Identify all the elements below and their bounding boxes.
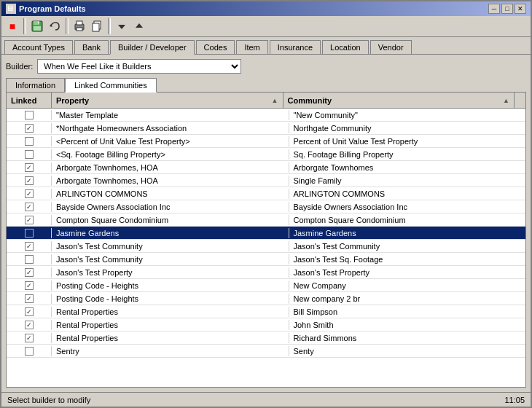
table-row[interactable]: Jason's Test CommunityJason's Test Sq. F…	[7, 253, 525, 266]
cell-linked-5[interactable]	[7, 176, 52, 186]
cell-linked-11[interactable]	[7, 254, 52, 264]
checkbox-5[interactable]	[25, 176, 34, 185]
checkbox-8[interactable]	[25, 216, 34, 224]
cell-linked-14[interactable]	[7, 294, 52, 304]
checkbox-0[interactable]	[25, 111, 34, 119]
cell-property-3: <Sq. Footage Billing Property>	[52, 149, 289, 160]
table-row[interactable]: Jason's Test PropertyJason's Test Proper…	[7, 266, 525, 279]
cell-linked-10[interactable]	[7, 241, 52, 251]
checkbox-11[interactable]	[25, 255, 34, 264]
cell-linked-18[interactable]	[7, 346, 52, 356]
cell-linked-2[interactable]	[7, 136, 52, 146]
table-row[interactable]: ARLINGTON COMMONSARLINGTON COMMONS	[7, 187, 525, 200]
checkbox-6[interactable]	[25, 189, 34, 198]
table-row[interactable]: <Percent of Unit Value Test Property>Per…	[7, 135, 525, 148]
toolbar-sep-2	[66, 18, 69, 34]
print-button[interactable]	[71, 18, 87, 34]
cell-community-11: Jason's Test Sq. Footage	[289, 254, 526, 264]
tab-account-types[interactable]: Account Types	[4, 40, 73, 54]
move-up-button[interactable]	[131, 18, 147, 34]
tab-codes[interactable]: Codes	[196, 40, 235, 54]
table-row[interactable]: SentrySenty	[7, 345, 525, 358]
checkbox-15[interactable]	[25, 307, 34, 316]
table-row[interactable]: Rental PropertiesJohn Smith	[7, 318, 525, 332]
tab-insurance[interactable]: Insurance	[270, 40, 321, 54]
checkbox-17[interactable]	[25, 334, 34, 342]
table-row[interactable]: Arborgate Townhomes, HOASingle Family	[7, 174, 525, 187]
cell-property-1: *Northgate Homeowners Association	[52, 123, 289, 133]
checkbox-18[interactable]	[25, 347, 34, 356]
checkbox-12[interactable]	[25, 268, 34, 277]
checkbox-14[interactable]	[25, 294, 34, 303]
table-row[interactable]: Bayside Owners Association IncBayside Ow…	[7, 200, 525, 213]
main-window: 🖥 Program Defaults ─ □ ✕ ■	[0, 0, 532, 408]
tab-builder-developer[interactable]: Builder / Developer	[110, 40, 195, 55]
content-area: Builder: When We Feel Like it Builders I…	[1, 54, 531, 392]
cell-linked-0[interactable]	[7, 110, 52, 120]
tab-item[interactable]: Item	[236, 40, 267, 54]
undo-button[interactable]	[47, 18, 63, 34]
cell-property-14: Posting Code - Heights	[52, 294, 289, 304]
table-row[interactable]: Compton Square CondominiumCompton Square…	[7, 213, 525, 227]
cell-community-16: John Smith	[289, 320, 526, 330]
cell-linked-15[interactable]	[7, 307, 52, 317]
table-row[interactable]: Posting Code - HeightsNew Company	[7, 279, 525, 292]
builder-select[interactable]: When We Feel Like it Builders	[37, 59, 241, 74]
builder-label: Builder:	[6, 62, 33, 71]
cell-community-12: Jason's Test Property	[289, 267, 526, 278]
svg-marker-10	[118, 25, 125, 29]
cell-community-8: Compton Square Condominium	[289, 215, 526, 225]
minimize-button[interactable]: ─	[488, 4, 500, 14]
header-property[interactable]: Property ▲	[52, 93, 283, 108]
checkbox-9[interactable]	[25, 229, 34, 238]
table-row[interactable]: Jason's Test CommunityJason's Test Commu…	[7, 240, 525, 253]
checkbox-7[interactable]	[25, 203, 34, 211]
cell-linked-9[interactable]	[7, 228, 52, 238]
cell-linked-1[interactable]	[7, 123, 52, 133]
table-row[interactable]: *Northgate Homeowners AssociationNorthga…	[7, 122, 525, 135]
cell-linked-4[interactable]	[7, 162, 52, 173]
table-row[interactable]: <Sq. Footage Billing Property>Sq. Footag…	[7, 148, 525, 161]
cell-linked-12[interactable]	[7, 267, 52, 278]
cell-linked-17[interactable]	[7, 333, 52, 343]
copy-button[interactable]	[89, 18, 105, 34]
tab-bank[interactable]: Bank	[74, 40, 109, 54]
tab-information[interactable]: Information	[6, 78, 65, 92]
checkbox-3[interactable]	[25, 150, 34, 159]
cell-community-1: Northgate Community	[289, 123, 526, 133]
checkbox-13[interactable]	[25, 281, 34, 290]
cell-linked-7[interactable]	[7, 202, 52, 212]
stop-button[interactable]: ■	[4, 18, 20, 34]
cell-property-18: Sentry	[52, 346, 289, 356]
save-button[interactable]	[29, 18, 45, 34]
checkbox-4[interactable]	[25, 163, 34, 172]
move-down-button[interactable]	[114, 18, 130, 34]
header-community[interactable]: Community ▲	[283, 93, 515, 108]
table-row[interactable]: "Master Template"New Community"	[7, 109, 525, 122]
maximize-button[interactable]: □	[501, 4, 513, 14]
cell-linked-8[interactable]	[7, 215, 52, 225]
table-row[interactable]: Jasmine GardensJasmine Gardens	[7, 227, 525, 240]
table-row[interactable]: Rental PropertiesRichard Simmons	[7, 332, 525, 345]
tab-vendor[interactable]: Vendor	[370, 40, 412, 54]
close-button[interactable]: ✕	[515, 4, 526, 14]
cell-property-15: Rental Properties	[52, 307, 289, 317]
table-body: "Master Template"New Community"*Northgat…	[7, 109, 525, 387]
cell-linked-16[interactable]	[7, 320, 52, 330]
table-row[interactable]: Rental PropertiesBill Simpson	[7, 305, 525, 318]
linked-communities-panel: Linked Property ▲ Community ▲ "Master Te…	[6, 92, 526, 388]
table-row[interactable]: Arborgate Townhomes, HOAArborgate Townho…	[7, 161, 525, 174]
cell-linked-6[interactable]	[7, 189, 52, 199]
cell-linked-3[interactable]	[7, 149, 52, 160]
tab-location[interactable]: Location	[322, 40, 369, 54]
cell-community-7: Bayside Owners Association Inc	[289, 202, 526, 212]
cell-linked-13[interactable]	[7, 280, 52, 291]
community-sort-icon: ▲	[503, 97, 509, 104]
checkbox-10[interactable]	[25, 242, 34, 251]
checkbox-16[interactable]	[25, 321, 34, 329]
cell-property-16: Rental Properties	[52, 320, 289, 330]
table-row[interactable]: Posting Code - HeightsNew company 2 br	[7, 292, 525, 305]
checkbox-2[interactable]	[25, 137, 34, 146]
checkbox-1[interactable]	[25, 124, 34, 133]
tab-linked-communities[interactable]: Linked Communities	[65, 78, 157, 93]
